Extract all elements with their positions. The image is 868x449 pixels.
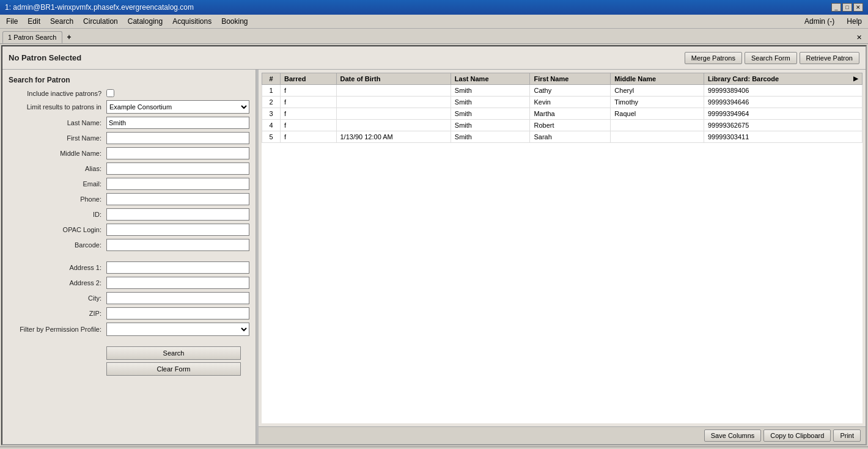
col-barred[interactable]: Barred — [281, 73, 337, 85]
opac-login-input[interactable] — [106, 224, 249, 236]
col-dob[interactable]: Date of Birth — [336, 73, 451, 85]
include-inactive-checkbox[interactable] — [106, 89, 114, 97]
first-name-label: First Name: — [9, 134, 106, 142]
address2-row: Address 2: — [9, 277, 249, 289]
cell-num: 5 — [262, 131, 281, 143]
filter-permission-select[interactable] — [106, 323, 249, 336]
limit-results-select[interactable]: Example Consortium — [106, 100, 249, 114]
table-row[interactable]: 1 f Smith Cathy Cheryl 99999389406 — [262, 85, 862, 97]
include-inactive-label: Include inactive patrons? — [9, 90, 106, 97]
search-button[interactable]: Search — [106, 346, 241, 360]
tab-label: 1 Patron Search — [8, 34, 57, 41]
cell-barred: f — [281, 131, 337, 143]
cell-barred: f — [281, 97, 337, 108]
zip-row: ZIP: — [9, 307, 249, 319]
top-buttons: Merge Patrons Search Form Retrieve Patro… — [685, 52, 859, 64]
retrieve-patron-button[interactable]: Retrieve Patron — [800, 52, 859, 64]
col-num[interactable]: # — [262, 73, 281, 85]
cell-lastname: Smith — [451, 97, 530, 108]
zip-input[interactable] — [106, 307, 249, 319]
zip-label: ZIP: — [9, 310, 106, 317]
col-firstname[interactable]: First Name — [530, 73, 611, 85]
phone-input[interactable] — [106, 193, 249, 205]
col-lastname[interactable]: Last Name — [451, 73, 530, 85]
cell-firstname: Martha — [530, 108, 611, 120]
menu-help[interactable]: Help — [843, 16, 866, 27]
address1-input[interactable] — [106, 261, 249, 274]
cell-dob — [336, 85, 451, 97]
opac-login-label: OPAC Login: — [9, 226, 106, 233]
content-area: Search for Patron Include inactive patro… — [2, 70, 866, 444]
menu-admin[interactable]: Admin (-) — [801, 16, 838, 27]
id-row: ID: — [9, 208, 249, 221]
id-label: ID: — [9, 211, 106, 218]
opac-login-row: OPAC Login: — [9, 224, 249, 236]
titlebar-text: 1: admin@BR1-winxpvmfx.phasefx.evergreen… — [5, 3, 194, 12]
last-name-input[interactable] — [106, 117, 249, 129]
tab-add-button[interactable]: + — [64, 31, 75, 43]
menubar: File Edit Search Circulation Cataloging … — [0, 15, 868, 29]
table-row[interactable]: 4 f Smith Robert 99999362675 — [262, 120, 862, 131]
cell-lastname: Smith — [451, 120, 530, 131]
cell-barcode: 99999389406 — [704, 85, 862, 97]
limit-results-label: Limit results to patrons in — [9, 103, 106, 111]
last-name-row: Last Name: — [9, 117, 249, 129]
menu-acquisitions[interactable]: Acquisitions — [169, 16, 215, 27]
email-input[interactable] — [106, 178, 249, 190]
cell-barcode: 99999303411 — [704, 131, 862, 143]
results-panel: # Barred Date of Birth Last Name First N… — [259, 70, 866, 444]
cell-firstname: Robert — [530, 120, 611, 131]
middle-name-input[interactable] — [106, 147, 249, 159]
cell-dob — [336, 108, 451, 120]
menu-edit[interactable]: Edit — [24, 16, 44, 27]
cell-barred: f — [281, 108, 337, 120]
results-table-container: # Barred Date of Birth Last Name First N… — [262, 73, 862, 423]
minimize-button[interactable]: _ — [831, 3, 841, 12]
address1-label: Address 1: — [9, 264, 106, 271]
table-row[interactable]: 5 f 1/13/90 12:00 AM Smith Sarah 9999930… — [262, 131, 862, 143]
first-name-input[interactable] — [106, 132, 249, 144]
middle-name-label: Middle Name: — [9, 150, 106, 157]
cell-firstname: Sarah — [530, 131, 611, 143]
save-columns-button[interactable]: Save Columns — [704, 429, 762, 442]
menu-file[interactable]: File — [2, 16, 21, 27]
results-table: # Barred Date of Birth Last Name First N… — [262, 73, 862, 143]
cell-firstname: Cathy — [530, 85, 611, 97]
tab-patron-search[interactable]: 1 Patron Search — [2, 31, 62, 43]
table-row[interactable]: 2 f Smith Kevin Timothy 99999394646 — [262, 97, 862, 108]
id-input[interactable] — [106, 208, 249, 221]
cell-firstname: Kevin — [530, 97, 611, 108]
search-form-button[interactable]: Search Form — [745, 52, 797, 64]
bottom-bar: Save Columns Copy to Clipboard Print — [259, 426, 866, 444]
city-input[interactable] — [106, 292, 249, 304]
filter-permission-row: Filter by Permission Profile: — [9, 323, 249, 336]
print-button[interactable]: Print — [833, 429, 861, 442]
alias-input[interactable] — [106, 162, 249, 175]
copy-clipboard-button[interactable]: Copy to Clipboard — [763, 429, 831, 442]
col-middlename[interactable]: Middle Name — [611, 73, 704, 85]
barcode-input[interactable] — [106, 239, 249, 251]
titlebar: 1: admin@BR1-winxpvmfx.phasefx.evergreen… — [0, 0, 868, 15]
col-expand-icon[interactable]: ▶ — [853, 75, 858, 82]
cell-dob: 1/13/90 12:00 AM — [336, 131, 451, 143]
window-close-button[interactable]: ✕ — [853, 32, 866, 43]
address2-input[interactable] — [106, 277, 249, 289]
close-button[interactable]: ✕ — [853, 3, 863, 12]
clear-form-button[interactable]: Clear Form — [106, 362, 241, 376]
phone-label: Phone: — [9, 195, 106, 203]
maximize-button[interactable]: □ — [842, 3, 852, 12]
menu-search[interactable]: Search — [46, 16, 77, 27]
menu-booking[interactable]: Booking — [218, 16, 251, 27]
menu-cataloging[interactable]: Cataloging — [124, 16, 166, 27]
menu-circulation[interactable]: Circulation — [79, 16, 122, 27]
statusbar — [0, 447, 868, 449]
alias-label: Alias: — [9, 165, 106, 172]
merge-patrons-button[interactable]: Merge Patrons — [685, 52, 742, 64]
barcode-row: Barcode: — [9, 239, 249, 251]
col-barcode[interactable]: Library Card: Barcode ▶ — [704, 73, 862, 85]
address2-label: Address 2: — [9, 279, 106, 287]
cell-dob — [336, 97, 451, 108]
middle-name-row: Middle Name: — [9, 147, 249, 159]
table-row[interactable]: 3 f Smith Martha Raquel 99999394964 — [262, 108, 862, 120]
barcode-label: Barcode: — [9, 241, 106, 249]
